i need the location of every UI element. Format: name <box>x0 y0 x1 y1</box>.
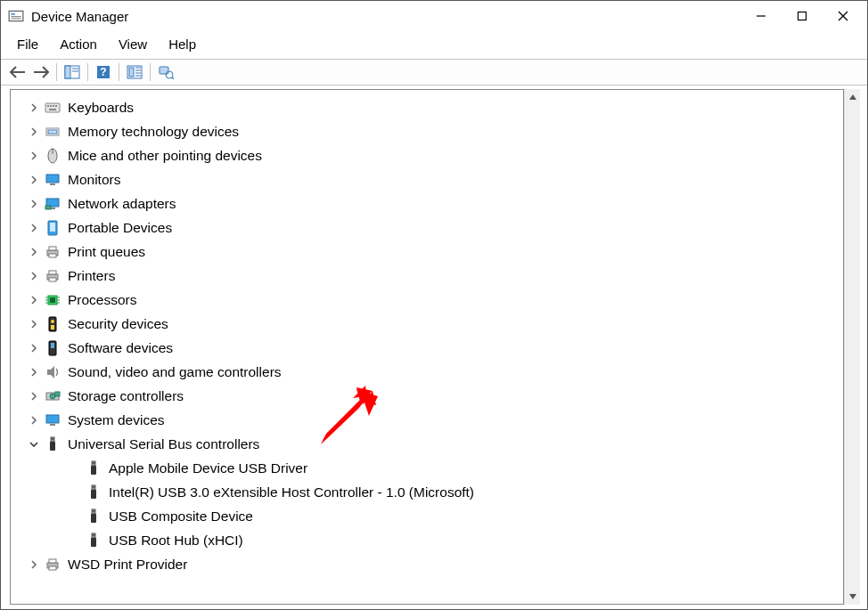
tree-item[interactable]: Memory technology devices <box>14 119 843 143</box>
close-button[interactable] <box>823 3 864 29</box>
tree-item[interactable]: Universal Serial Bus controllers <box>14 432 843 456</box>
devices-printers-button[interactable] <box>154 61 177 83</box>
tree-item[interactable]: Apple Mobile Device USB Driver <box>14 456 843 480</box>
vertical-scrollbar[interactable] <box>844 89 860 605</box>
title-bar: Device Manager <box>1 1 867 31</box>
help-button[interactable]: ? <box>92 61 115 83</box>
chevron-right-icon[interactable] <box>25 296 43 305</box>
tree-item[interactable]: Intel(R) USB 3.0 eXtensible Host Control… <box>14 480 843 504</box>
usb-icon <box>84 531 103 550</box>
menu-bar: File Action View Help <box>1 31 867 59</box>
printer-icon <box>43 266 62 286</box>
scroll-up-button[interactable] <box>845 89 860 105</box>
tree-item[interactable]: Software devices <box>14 336 843 360</box>
software-icon <box>43 338 62 358</box>
svg-rect-24 <box>49 109 56 110</box>
usb-icon <box>43 435 62 454</box>
tree-item-label: Storage controllers <box>68 389 184 403</box>
svg-rect-5 <box>798 12 807 20</box>
svg-rect-66 <box>91 466 96 475</box>
svg-rect-72 <box>94 486 95 488</box>
svg-rect-61 <box>51 437 54 442</box>
toolbar-separator <box>87 63 88 81</box>
chevron-down-icon[interactable] <box>25 440 43 449</box>
svg-rect-2 <box>11 16 20 17</box>
tree-item[interactable]: Monitors <box>14 167 843 191</box>
svg-rect-63 <box>52 438 53 440</box>
svg-point-17 <box>166 71 173 78</box>
tree-item-label: Monitors <box>68 173 120 187</box>
menu-action[interactable]: Action <box>51 35 106 53</box>
tree-item[interactable]: Storage controllers <box>14 384 843 408</box>
svg-rect-37 <box>49 247 56 250</box>
chevron-right-icon[interactable] <box>25 344 43 353</box>
tree-item-label: Memory technology devices <box>68 125 239 139</box>
tree-item-label: Security devices <box>68 317 168 331</box>
svg-rect-21 <box>50 105 52 107</box>
tree-item[interactable]: System devices <box>14 408 843 432</box>
chevron-right-icon[interactable] <box>25 320 43 329</box>
maximize-button[interactable] <box>782 3 823 29</box>
chevron-right-icon[interactable] <box>25 416 43 425</box>
svg-rect-78 <box>91 538 96 547</box>
back-button[interactable] <box>6 61 29 83</box>
tree-item[interactable]: Security devices <box>14 312 843 336</box>
svg-rect-30 <box>50 183 55 185</box>
chevron-right-icon[interactable] <box>25 392 43 401</box>
svg-rect-70 <box>91 490 96 499</box>
storage-icon <box>43 386 62 406</box>
svg-rect-75 <box>93 510 94 512</box>
tool-bar: ? <box>1 59 867 85</box>
chevron-right-icon[interactable] <box>25 151 43 160</box>
device-tree[interactable]: KeyboardsMemory technology devicesMice a… <box>11 90 843 582</box>
printer-icon <box>43 555 62 574</box>
chevron-right-icon[interactable] <box>25 127 43 136</box>
tree-item-label: Intel(R) USB 3.0 eXtensible Host Control… <box>109 485 474 500</box>
tree-item[interactable]: Keyboards <box>14 95 843 119</box>
tree-item[interactable]: Print queues <box>14 240 843 264</box>
svg-text:?: ? <box>100 66 106 78</box>
chevron-right-icon[interactable] <box>25 199 43 208</box>
tree-item[interactable]: Processors <box>14 288 843 312</box>
device-tree-pane: KeyboardsMemory technology devicesMice a… <box>10 89 844 605</box>
svg-rect-35 <box>50 223 55 232</box>
scan-hardware-button[interactable] <box>123 61 146 83</box>
tree-item[interactable]: USB Composite Device <box>14 504 843 528</box>
portable-icon <box>43 218 62 238</box>
scroll-track[interactable] <box>845 105 860 589</box>
svg-rect-83 <box>49 566 56 570</box>
scroll-down-button[interactable] <box>845 589 860 605</box>
chevron-right-icon[interactable] <box>25 368 43 377</box>
tree-item[interactable]: WSD Print Provider <box>14 552 843 576</box>
menu-view[interactable]: View <box>110 35 156 53</box>
svg-rect-40 <box>49 271 56 274</box>
svg-marker-86 <box>849 94 856 100</box>
chevron-right-icon[interactable] <box>25 560 43 569</box>
svg-rect-43 <box>50 297 55 303</box>
svg-rect-71 <box>93 486 94 488</box>
tree-item[interactable]: Portable Devices <box>14 216 843 240</box>
menu-file[interactable]: File <box>8 35 47 53</box>
tree-item[interactable]: USB Root Hub (xHCI) <box>14 528 843 552</box>
chevron-right-icon[interactable] <box>25 224 43 232</box>
show-hide-console-tree-button[interactable] <box>61 61 84 83</box>
svg-rect-82 <box>49 559 56 563</box>
minimize-button[interactable] <box>741 3 782 29</box>
tree-item[interactable]: Mice and other pointing devices <box>14 143 843 167</box>
network-icon <box>43 194 62 214</box>
svg-point-57 <box>50 394 55 399</box>
tree-item[interactable]: Network adapters <box>14 191 843 216</box>
chevron-right-icon[interactable] <box>25 272 43 281</box>
menu-help[interactable]: Help <box>160 35 205 53</box>
usb-icon <box>84 459 103 478</box>
sound-icon <box>43 362 62 382</box>
chevron-right-icon[interactable] <box>25 175 43 184</box>
svg-rect-64 <box>53 438 54 440</box>
tree-item[interactable]: Sound, video and game controllers <box>14 360 843 384</box>
chevron-right-icon[interactable] <box>25 103 43 112</box>
tree-item[interactable]: Printers <box>14 264 843 288</box>
svg-rect-68 <box>94 462 95 464</box>
forward-button[interactable] <box>29 61 53 83</box>
chevron-right-icon[interactable] <box>25 248 43 256</box>
tree-item-label: Sound, video and game controllers <box>68 365 282 379</box>
